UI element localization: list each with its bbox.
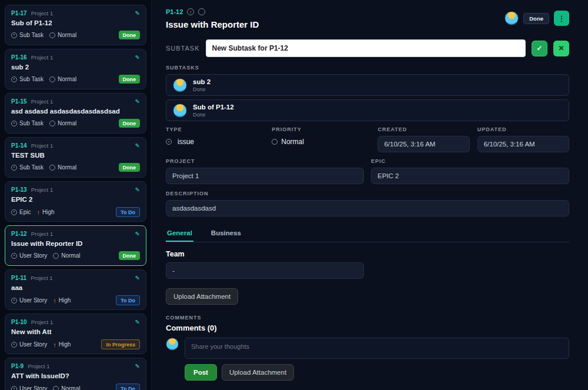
detail-tabs: GeneralBusiness xyxy=(166,225,569,242)
issue-meta: Sub Task Normal Done xyxy=(11,75,140,84)
header-status-badge[interactable]: Done xyxy=(523,13,549,24)
subtasks-list: sub 2 Done Sub of P1-12 Done xyxy=(166,74,569,121)
issue-priority-label: Normal xyxy=(58,76,76,82)
priority-label: PRIORITY xyxy=(272,126,370,132)
issue-card[interactable]: P1-15 Project 1 ✎ asd asdasd asdasdasdas… xyxy=(5,93,146,134)
issue-priority-label: High xyxy=(59,341,71,348)
priority-icon xyxy=(53,386,59,390)
issue-title: Issue with Reporter ID xyxy=(11,240,140,247)
comment-input[interactable] xyxy=(185,338,569,359)
issue-type-icon xyxy=(11,253,17,259)
issue-list[interactable]: P1-17 Project 1 ✎ Sub of P1-12 Sub Task … xyxy=(0,0,152,390)
issue-type-label: User Story xyxy=(19,297,47,304)
issue-type-icon xyxy=(11,76,17,82)
edit-icon[interactable]: ✎ xyxy=(135,186,140,193)
assignee-avatar[interactable] xyxy=(505,11,519,25)
issue-id: P1-10 xyxy=(11,319,27,325)
issue-id: P1-15 xyxy=(11,98,27,105)
issue-meta: Epic ↑ High To Do xyxy=(11,207,140,217)
epic-label: EPIC xyxy=(371,158,569,164)
issue-id: P1-12 xyxy=(11,231,27,237)
issue-project: Project 1 xyxy=(31,98,54,105)
issue-priority-label: Normal xyxy=(61,252,80,259)
issue-type-label: Epic xyxy=(19,209,31,215)
team-label: Team xyxy=(166,250,569,258)
edit-icon[interactable]: ✎ xyxy=(135,275,140,281)
edit-icon[interactable]: ✎ xyxy=(135,363,140,369)
issue-priority-label: Normal xyxy=(58,32,76,38)
issue-type-label: User Story xyxy=(19,341,47,348)
comment-upload-attachment-button[interactable]: Upload Attachment xyxy=(222,364,294,381)
issue-card[interactable]: P1-17 Project 1 ✎ Sub of P1-12 Sub Task … xyxy=(5,5,146,45)
issue-card[interactable]: P1-12 Project 1 ✎ Issue with Reporter ID… xyxy=(5,225,146,266)
tab-business[interactable]: Business xyxy=(210,225,242,242)
issue-project: Project 1 xyxy=(31,186,54,193)
detail-issue-title: Issue with Reporter ID xyxy=(166,19,259,29)
issue-card[interactable]: P1-9 Project 1 ✎ ATT with IssueID? User … xyxy=(5,358,146,390)
issue-card-header: P1-12 Project 1 ✎ xyxy=(11,231,140,237)
project-label: PROJECT xyxy=(166,158,364,164)
cancel-subtask-button[interactable]: ✕ xyxy=(553,41,569,56)
updated-value: 6/10/25, 3:16 AM xyxy=(477,136,569,152)
kebab-menu-button[interactable]: ⋮ xyxy=(554,11,569,26)
edit-icon[interactable]: ✎ xyxy=(135,98,140,105)
edit-icon[interactable]: ✎ xyxy=(135,54,140,61)
issue-card-header: P1-15 Project 1 ✎ xyxy=(11,98,140,105)
subtask-title-input[interactable] xyxy=(206,39,526,57)
issue-type-icon xyxy=(11,342,17,348)
epic-value[interactable]: EPIC 2 xyxy=(371,168,569,184)
team-value[interactable]: - xyxy=(166,262,364,279)
post-comment-button[interactable]: Post xyxy=(185,364,217,381)
tab-general[interactable]: General xyxy=(166,225,193,242)
issue-card[interactable]: P1-10 Project 1 ✎ New with Att User Stor… xyxy=(5,314,146,354)
subtask-item[interactable]: sub 2 Done xyxy=(166,74,569,96)
issue-title: Sub of P1-12 xyxy=(11,19,140,26)
issue-priority-label: Normal xyxy=(58,164,76,171)
issue-card[interactable]: P1-13 Project 1 ✎ EPIC 2 Epic ↑ High To … xyxy=(5,181,146,222)
circle-icon[interactable] xyxy=(198,8,205,15)
issue-type-icon xyxy=(11,298,17,304)
edit-icon[interactable]: ✎ xyxy=(135,142,140,149)
priority-icon xyxy=(49,165,55,171)
issue-id: P1-14 xyxy=(11,142,27,149)
issue-card[interactable]: P1-16 Project 1 ✎ sub 2 Sub Task Normal … xyxy=(5,49,146,89)
app-window: P1-17 Project 1 ✎ Sub of P1-12 Sub Task … xyxy=(0,0,588,390)
priority-icon: ↑ xyxy=(53,342,56,348)
status-badge: To Do xyxy=(116,384,140,390)
subtask-item[interactable]: Sub of P1-12 Done xyxy=(166,99,569,121)
subtask-status: Done xyxy=(193,86,211,92)
status-badge: To Do xyxy=(116,295,140,305)
edit-icon[interactable]: ✎ xyxy=(135,319,140,325)
issue-card[interactable]: P1-14 Project 1 ✎ TEST SUB Sub Task Norm… xyxy=(5,137,146,178)
project-value[interactable]: Project 1 xyxy=(166,168,364,184)
priority-icon xyxy=(53,253,59,259)
issue-title: asd asdasd asdasdasdasdasdsad xyxy=(11,108,140,115)
issue-card[interactable]: P1-11 Project 1 ✎ aaa User Story ↑ High … xyxy=(5,269,146,310)
issue-meta: User Story Normal To Do xyxy=(11,384,140,390)
issue-card-header: P1-16 Project 1 ✎ xyxy=(11,54,140,61)
upload-attachment-button[interactable]: Upload Attachment xyxy=(166,288,238,305)
issue-type-icon xyxy=(11,386,17,390)
detail-header: P1-12 i Issue with Reporter ID Done ⋮ xyxy=(166,8,569,29)
created-label: CREATED xyxy=(377,126,469,132)
edit-icon[interactable]: ✎ xyxy=(135,231,140,237)
status-badge: To Do xyxy=(116,207,140,217)
issue-type-label: User Story xyxy=(19,385,47,390)
info-icon[interactable]: i xyxy=(187,8,194,15)
subtask-avatar xyxy=(173,104,187,118)
issue-type-icon xyxy=(11,32,17,38)
issue-priority-label: High xyxy=(59,297,71,304)
current-user-avatar xyxy=(166,338,179,351)
description-value[interactable]: asdasdasdasd xyxy=(166,200,569,216)
priority-icon xyxy=(49,32,55,38)
confirm-subtask-button[interactable]: ✓ xyxy=(532,41,547,56)
subtasks-section-label: SUBTASKS xyxy=(166,65,569,71)
issue-priority-label: Normal xyxy=(61,385,80,390)
issue-id: P1-11 xyxy=(11,275,26,281)
issue-project: Project 1 xyxy=(31,231,54,237)
edit-icon[interactable]: ✎ xyxy=(135,10,140,16)
subtask-title: sub 2 xyxy=(193,78,211,85)
issue-type-icon xyxy=(11,165,17,171)
issue-project: Project 1 xyxy=(28,363,50,369)
detail-issue-id: P1-12 xyxy=(166,8,183,15)
